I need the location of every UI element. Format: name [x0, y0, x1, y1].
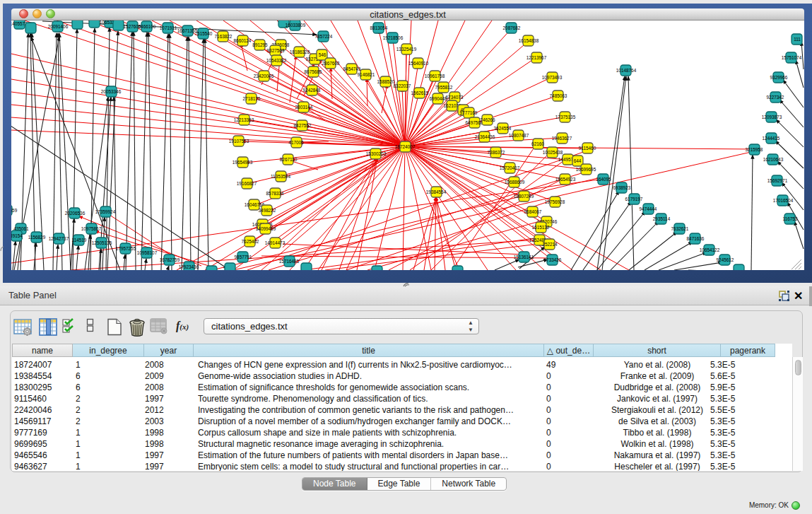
svg-text:14914473: 14914473 — [265, 240, 286, 245]
svg-text:8454749: 8454749 — [343, 66, 361, 71]
svg-text:16782759: 16782759 — [160, 257, 180, 262]
svg-text:19756928: 19756928 — [545, 199, 565, 204]
svg-text:14099489: 14099489 — [256, 226, 276, 231]
svg-text:62160: 62160 — [531, 141, 544, 146]
svg-text:2718176: 2718176 — [243, 96, 261, 101]
svg-text:9327503: 9327503 — [267, 48, 285, 53]
svg-text:644: 644 — [574, 158, 582, 163]
svg-text:39154: 39154 — [11, 233, 23, 238]
svg-text:10543382: 10543382 — [266, 58, 287, 63]
svg-text:3215958: 3215958 — [746, 147, 763, 152]
svg-text:19384554: 19384554 — [426, 189, 447, 194]
svg-text:16210643: 16210643 — [763, 157, 784, 162]
svg-text:6179197: 6179197 — [625, 197, 643, 201]
svg-text:9245612: 9245612 — [717, 257, 734, 262]
svg-text:2867608: 2867608 — [322, 61, 340, 66]
svg-text:19166827: 19166827 — [237, 181, 257, 186]
svg-text:19107553: 19107553 — [229, 139, 249, 144]
svg-text:746266: 746266 — [480, 117, 495, 122]
svg-text:23420046: 23420046 — [254, 74, 274, 78]
svg-text:20206536: 20206536 — [65, 211, 86, 216]
svg-text:9227342: 9227342 — [767, 95, 784, 100]
svg-text:17923436: 17923436 — [179, 264, 199, 269]
svg-text:164095: 164095 — [596, 177, 611, 182]
svg-text:1733426: 1733426 — [544, 257, 562, 262]
svg-text:9329966: 9329966 — [770, 75, 788, 80]
svg-text:10688609: 10688609 — [505, 180, 525, 185]
svg-text:9857791: 9857791 — [235, 255, 252, 259]
svg-text:17016504: 17016504 — [773, 198, 794, 203]
svg-text:7857224: 7857224 — [315, 34, 333, 39]
svg-text:1588520: 1588520 — [377, 79, 395, 84]
svg-text:7485063: 7485063 — [550, 93, 567, 98]
svg-text:10975867: 10975867 — [81, 226, 102, 231]
svg-text:252214: 252214 — [542, 242, 558, 247]
svg-text:8813054: 8813054 — [370, 25, 388, 30]
svg-text:1156829: 1156829 — [28, 235, 46, 240]
svg-text:12213967: 12213967 — [526, 55, 547, 60]
svg-text:1615132: 1615132 — [532, 225, 550, 230]
svg-text:21260659: 21260659 — [11, 208, 18, 213]
svg-text:18724007: 18724007 — [395, 144, 416, 149]
svg-text:9474444: 9474444 — [640, 206, 657, 211]
svg-text:15692971: 15692971 — [767, 178, 788, 183]
svg-text:19654923: 19654923 — [555, 177, 576, 182]
svg-text:19218506: 19218506 — [383, 35, 404, 40]
svg-text:10807487: 10807487 — [509, 133, 529, 138]
svg-text:11353594: 11353594 — [271, 174, 290, 179]
svg-text:8471636: 8471636 — [687, 236, 705, 241]
svg-text:8427552: 8427552 — [294, 123, 312, 128]
svg-text:9777169: 9777169 — [460, 110, 478, 115]
svg-text:17375135: 17375135 — [555, 115, 576, 119]
svg-text:15751074: 15751074 — [782, 55, 802, 60]
svg-text:9684067: 9684067 — [524, 209, 542, 214]
svg-text:7515540: 7515540 — [195, 31, 213, 36]
svg-text:891295: 891295 — [252, 42, 268, 47]
svg-text:10699695: 10699695 — [576, 167, 596, 172]
svg-text:8660124: 8660124 — [234, 38, 252, 43]
svg-text:1244415: 1244415 — [763, 136, 780, 141]
svg-text:15300203: 15300203 — [366, 151, 387, 156]
svg-text:6938923: 6938923 — [613, 185, 631, 190]
svg-text:6734073: 6734073 — [446, 95, 464, 100]
svg-text:10973493: 10973493 — [542, 75, 563, 80]
svg-text:16154838: 16154838 — [519, 38, 539, 43]
svg-text:12505135: 12505135 — [92, 240, 112, 245]
svg-text:19463627: 19463627 — [552, 136, 572, 141]
svg-text:9242848: 9242848 — [303, 88, 321, 93]
svg-text:8322037: 8322037 — [394, 83, 411, 88]
svg-text:1562615: 1562615 — [411, 90, 429, 95]
svg-text:12942737: 12942737 — [49, 236, 69, 241]
svg-text:18807249: 18807249 — [514, 194, 534, 199]
svg-text:8578334: 8578334 — [266, 191, 284, 196]
svg-text:116753: 116753 — [783, 216, 798, 221]
svg-text:20053346: 20053346 — [101, 89, 122, 94]
svg-text:114519: 114519 — [72, 238, 87, 243]
svg-text:15640910: 15640910 — [408, 61, 429, 66]
svg-text:10148764: 10148764 — [616, 68, 637, 73]
svg-text:10654122: 10654122 — [700, 247, 720, 252]
svg-text:10025438: 10025438 — [543, 150, 563, 155]
svg-text:12093873: 12093873 — [762, 115, 782, 119]
svg-text:15136141: 15136141 — [514, 255, 534, 259]
svg-text:3624554: 3624554 — [494, 126, 512, 131]
svg-text:12213363: 12213363 — [234, 117, 254, 122]
svg-text:19654983: 19654983 — [233, 160, 253, 165]
svg-text:7625402: 7625402 — [242, 239, 259, 244]
svg-text:7386372: 7386372 — [488, 150, 505, 155]
svg-text:8675685: 8675685 — [305, 69, 322, 74]
svg-text:20091406: 20091406 — [48, 24, 69, 29]
svg-text:17957255: 17957255 — [116, 246, 136, 251]
svg-text:9146821: 9146821 — [358, 72, 375, 77]
svg-text:2935114: 2935114 — [653, 216, 671, 221]
svg-text:2803144: 2803144 — [295, 105, 313, 110]
svg-text:18186328: 18186328 — [290, 49, 310, 54]
svg-text:417006: 417006 — [288, 140, 304, 145]
svg-text:546: 546 — [319, 52, 326, 57]
svg-text:21364436: 21364436 — [475, 134, 495, 139]
svg-text:1071911: 1071911 — [160, 25, 177, 30]
svg-text:7632621: 7632621 — [671, 226, 689, 231]
svg-text:111: 111 — [794, 37, 801, 42]
svg-text:10958107: 10958107 — [137, 250, 158, 255]
svg-text:6466100: 6466100 — [139, 24, 156, 29]
